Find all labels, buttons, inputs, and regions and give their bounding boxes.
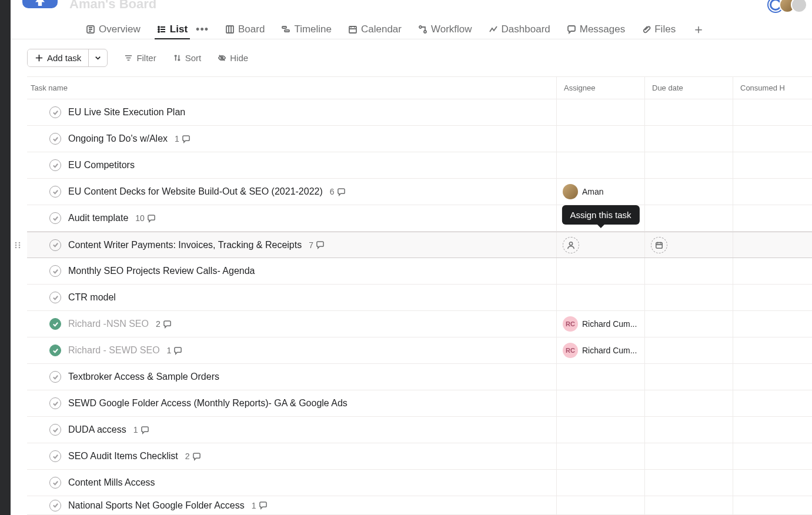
task-name[interactable]: EU Live Site Execution Plan — [68, 107, 185, 118]
due-date-cell[interactable] — [644, 390, 733, 416]
column-task-name[interactable]: Task name — [27, 83, 556, 92]
sort-button[interactable]: Sort — [173, 53, 202, 63]
task-main-cell[interactable]: EU Competitors — [27, 159, 556, 171]
task-main-cell[interactable]: EU Live Site Execution Plan — [27, 106, 556, 118]
column-consumed-hours[interactable]: Consumed H — [733, 77, 812, 99]
task-main-cell[interactable]: National Sports Net Google Folder Access… — [27, 500, 556, 511]
consumed-hours-cell[interactable] — [733, 205, 812, 231]
complete-checkbox[interactable] — [49, 133, 61, 145]
assignee-cell[interactable] — [556, 152, 644, 178]
task-row[interactable]: Content Writer Payments: Invoices, Track… — [27, 232, 812, 258]
consumed-hours-cell[interactable] — [733, 470, 812, 496]
due-date-cell[interactable] — [644, 179, 733, 205]
assignee-cell[interactable]: RCRichard Cum... — [556, 337, 644, 363]
assignee-cell[interactable]: Aman — [556, 179, 644, 205]
task-name[interactable]: SEWD Google Folder Access (Monthly Repor… — [68, 398, 347, 409]
task-main-cell[interactable]: Monthly SEO Projects Review Calls- Agend… — [27, 265, 556, 277]
consumed-hours-cell[interactable] — [733, 99, 812, 125]
task-main-cell[interactable]: Textbroker Access & Sample Orders — [27, 371, 556, 383]
assignee-cell[interactable]: RCRichard Cum... — [556, 311, 644, 337]
task-name[interactable]: Content Writer Payments: Invoices, Track… — [68, 240, 302, 250]
assignee-cell[interactable] — [556, 443, 644, 469]
task-row[interactable]: EU Competitors — [27, 152, 812, 179]
task-main-cell[interactable]: SEO Audit Items Checklist2 — [27, 450, 556, 462]
due-date-placeholder[interactable] — [651, 237, 667, 253]
task-main-cell[interactable]: Ongoing To Do's w/Alex1 — [27, 133, 556, 145]
tab-timeline[interactable]: Timeline — [281, 20, 332, 38]
assignee-cell[interactable] — [556, 470, 644, 496]
task-name[interactable]: Richard - SEWD SEO — [68, 345, 160, 356]
tab-calendar[interactable]: Calendar — [348, 20, 402, 38]
task-name[interactable]: EU Content Decks for Website Build-Out &… — [68, 186, 323, 197]
comment-count[interactable]: 2 — [156, 319, 172, 329]
due-date-cell[interactable] — [644, 470, 733, 496]
task-main-cell[interactable]: Audit template10 — [27, 212, 556, 224]
consumed-hours-cell[interactable] — [733, 337, 812, 363]
consumed-hours-cell[interactable] — [733, 364, 812, 390]
assign-placeholder[interactable] — [563, 237, 579, 253]
tab-dashboard[interactable]: Dashboard — [489, 20, 550, 38]
task-name[interactable]: Monthly SEO Projects Review Calls- Agend… — [68, 266, 255, 276]
task-row[interactable]: Monthly SEO Projects Review Calls- Agend… — [27, 258, 812, 285]
task-main-cell[interactable]: Content Writer Payments: Invoices, Track… — [27, 239, 556, 251]
due-date-cell[interactable] — [644, 417, 733, 443]
task-name[interactable]: Audit template — [68, 213, 128, 223]
complete-checkbox[interactable] — [49, 106, 61, 118]
consumed-hours-cell[interactable] — [733, 443, 812, 469]
due-date-cell[interactable] — [644, 443, 733, 469]
due-date-cell[interactable] — [644, 285, 733, 310]
comment-count[interactable]: 7 — [309, 240, 325, 250]
tab-list-more-icon[interactable]: ••• — [196, 24, 209, 36]
complete-checkbox[interactable] — [49, 371, 61, 383]
comment-count[interactable]: 2 — [185, 452, 201, 461]
comment-count[interactable]: 1 — [167, 346, 183, 355]
task-row[interactable]: Textbroker Access & Sample Orders — [27, 364, 812, 390]
comment-count[interactable]: 1 — [252, 501, 268, 510]
task-name[interactable]: SEO Audit Items Checklist — [68, 451, 178, 462]
consumed-hours-cell[interactable] — [733, 390, 812, 416]
due-date-cell[interactable] — [644, 496, 733, 514]
consumed-hours-cell[interactable] — [733, 152, 812, 178]
assignee-cell[interactable] — [556, 364, 644, 390]
column-due-date[interactable]: Due date — [644, 77, 733, 99]
due-date-cell[interactable] — [644, 126, 733, 152]
task-main-cell[interactable]: SEWD Google Folder Access (Monthly Repor… — [27, 397, 556, 409]
task-name[interactable]: EU Competitors — [68, 160, 135, 170]
task-main-cell[interactable]: Content Mills Access — [27, 477, 556, 489]
task-row[interactable]: Richard - SEWD SEO1RCRichard Cum... — [27, 337, 812, 364]
assignee-cell[interactable] — [556, 285, 644, 310]
column-assignee[interactable]: Assignee — [556, 77, 644, 99]
drag-handle-icon[interactable] — [13, 240, 22, 250]
due-date-cell[interactable] — [644, 311, 733, 337]
task-row[interactable]: Ongoing To Do's w/Alex1 — [27, 126, 812, 152]
consumed-hours-cell[interactable] — [733, 311, 812, 337]
due-date-cell[interactable] — [644, 364, 733, 390]
tab-overview[interactable]: Overview — [86, 20, 141, 38]
tab-workflow[interactable]: Workflow — [418, 20, 472, 38]
complete-checkbox[interactable] — [49, 186, 61, 198]
comment-count[interactable]: 1 — [175, 134, 191, 143]
filter-button[interactable]: Filter — [124, 53, 156, 63]
tab-messages[interactable]: Messages — [567, 20, 625, 38]
task-name[interactable]: Richard -NSN SEO — [68, 319, 149, 329]
task-name[interactable]: CTR model — [68, 292, 116, 303]
complete-checkbox[interactable] — [49, 424, 61, 436]
due-date-cell[interactable] — [644, 337, 733, 363]
consumed-hours-cell[interactable] — [733, 285, 812, 310]
complete-checkbox[interactable] — [49, 318, 61, 330]
complete-checkbox[interactable] — [49, 159, 61, 171]
assignee-cell[interactable] — [556, 390, 644, 416]
comment-count[interactable]: 1 — [133, 425, 149, 434]
complete-checkbox[interactable] — [49, 477, 61, 489]
consumed-hours-cell[interactable] — [733, 417, 812, 443]
task-row[interactable]: Audit template10 — [27, 205, 812, 232]
add-task-button[interactable]: Add task — [28, 49, 88, 66]
task-name[interactable]: DUDA access — [68, 424, 126, 435]
task-name[interactable]: Textbroker Access & Sample Orders — [68, 372, 219, 382]
hide-button[interactable]: Hide — [218, 53, 248, 63]
consumed-hours-cell[interactable] — [733, 179, 812, 205]
task-main-cell[interactable]: DUDA access1 — [27, 424, 556, 436]
task-row[interactable]: Richard -NSN SEO2RCRichard Cum... — [27, 311, 812, 337]
due-date-cell[interactable] — [644, 232, 733, 258]
task-name[interactable]: National Sports Net Google Folder Access — [68, 500, 245, 511]
